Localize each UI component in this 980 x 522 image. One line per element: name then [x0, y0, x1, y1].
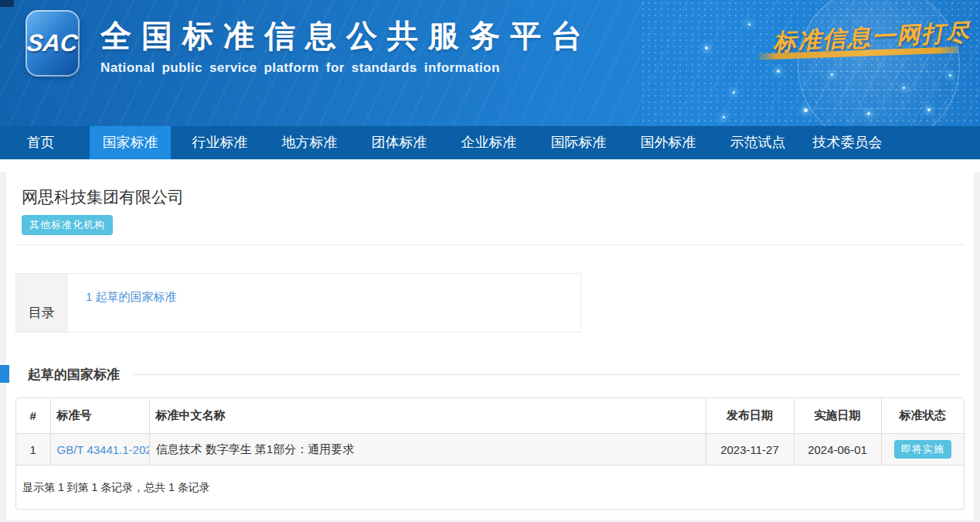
- org-header: 网思科技集团有限公司 其他标准化机构: [6, 172, 974, 235]
- toc-label: 目录: [16, 274, 66, 332]
- nav-item-foreign-standards[interactable]: 国外标准: [628, 126, 709, 159]
- platform-titles: 全国标准信息公共服务平台 National public service pla…: [100, 19, 592, 76]
- page-background: 网思科技集团有限公司 其他标准化机构 目录 1 起草的国家标准 起草的国家标准: [0, 172, 980, 522]
- column-header-publish-date: 发布日期: [706, 398, 794, 434]
- column-header-implement-date: 实施日期: [794, 398, 881, 434]
- nav-item-home[interactable]: 首页: [0, 126, 81, 159]
- implement-date: 2024-06-01: [794, 434, 881, 466]
- nav-item-national-standards[interactable]: 国家标准: [90, 126, 171, 159]
- nav-content-gap: [0, 159, 980, 172]
- standard-code-link[interactable]: GB/T 43441.1-2023: [57, 443, 150, 456]
- standard-name: 信息技术 数字孪生 第1部分：通用要求: [149, 434, 706, 466]
- nav-item-enterprise-standards[interactable]: 企业标准: [448, 126, 529, 159]
- publish-date: 2023-11-27: [706, 434, 794, 466]
- section-marker: [0, 365, 9, 383]
- table-row: 1 GB/T 43441.1-2023 信息技术 数字孪生 第1部分：通用要求 …: [16, 434, 964, 466]
- main-nav: 首页 国家标准 行业标准 地方标准 团体标准 企业标准 国际标准 国外标准 示范…: [0, 126, 980, 159]
- column-header-standard-code: 标准号: [50, 398, 149, 434]
- sac-logo-text: SAC: [26, 29, 79, 57]
- sac-logo[interactable]: SAC: [26, 10, 80, 77]
- toc-box: 目录 1 起草的国家标准: [15, 273, 581, 333]
- org-type-badge: 其他标准化机构: [22, 215, 113, 235]
- toc-link-drafted-standards[interactable]: 1 起草的国家标准: [86, 290, 177, 303]
- nav-item-industry-standards[interactable]: 行业标准: [179, 126, 260, 159]
- section-header: 起草的国家标准: [6, 365, 974, 384]
- nav-item-international-standards[interactable]: 国际标准: [538, 126, 619, 159]
- column-header-index: #: [16, 398, 50, 434]
- org-name: 网思科技集团有限公司: [22, 186, 958, 208]
- content-panel: 网思科技集团有限公司 其他标准化机构 目录 1 起草的国家标准 起草的国家标准: [6, 172, 974, 520]
- toc-body: 1 起草的国家标准: [66, 274, 580, 332]
- table-header-row: # 标准号 标准中文名称 发布日期 实施日期 标准状态: [16, 398, 964, 434]
- nav-item-local-standards[interactable]: 地方标准: [269, 126, 350, 159]
- platform-title: 全国标准信息公共服务平台: [100, 19, 592, 53]
- section-divider-line: [131, 374, 960, 375]
- standards-table-container: # 标准号 标准中文名称 发布日期 实施日期 标准状态 1 GB/T 43441…: [15, 397, 965, 510]
- nav-item-group-standards[interactable]: 团体标准: [359, 126, 440, 159]
- platform-subtitle: National public service platform for sta…: [100, 60, 592, 76]
- row-index: 1: [16, 434, 50, 466]
- column-header-standard-name: 标准中文名称: [149, 398, 706, 434]
- standards-table: # 标准号 标准中文名称 发布日期 实施日期 标准状态 1 GB/T 43441…: [16, 398, 964, 466]
- site-banner: SAC 全国标准信息公共服务平台 National public service…: [0, 0, 980, 126]
- banner-corner-decoration: [0, 0, 14, 7]
- header-divider: [15, 244, 965, 245]
- section-title: 起草的国家标准: [28, 366, 120, 384]
- column-header-status: 标准状态: [881, 398, 964, 434]
- table-summary: 显示第 1 到第 1 条记录，总共 1 条记录: [16, 466, 964, 509]
- status-badge: 即将实施: [894, 440, 951, 459]
- nav-item-pilot-programs[interactable]: 示范试点: [717, 126, 798, 159]
- nav-item-technical-committees[interactable]: 技术委员会: [807, 126, 888, 159]
